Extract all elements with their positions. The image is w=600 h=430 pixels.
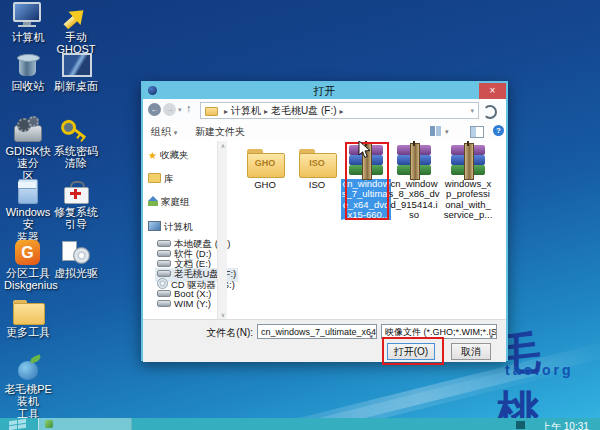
open-dialog: 打开 × ← → ▾ ↑ ▸计算机▸老毛桃U盘 (F:)▸ ▾ 组织 ▾ 新建文… bbox=[141, 81, 508, 361]
library-icon bbox=[148, 173, 161, 183]
dialog-content: ★收藏夹 库 家庭组 计算机 本地硬盘 (C:) 软件 (D:) 文档 (E:)… bbox=[143, 141, 506, 319]
breadcrumb: ▸计算机▸老毛桃U盘 (F:)▸ bbox=[221, 104, 347, 118]
taskbar-app-button[interactable] bbox=[38, 418, 132, 430]
caret-down-icon: ▾ bbox=[369, 329, 373, 339]
annotation-open-button bbox=[382, 337, 444, 365]
folder-icon: ISO bbox=[298, 149, 336, 177]
preview-pane-icon[interactable] bbox=[470, 126, 484, 138]
mouse-cursor bbox=[358, 141, 371, 163]
filename-label: 文件名(N): bbox=[151, 326, 253, 340]
crumb-sep-icon: ▸ bbox=[221, 107, 231, 116]
desktop-icon-label: 系统密码清除 bbox=[52, 145, 100, 170]
desktop-icon-refresh-desktop[interactable]: 刷新桌面 bbox=[52, 51, 100, 92]
file-label: GHO bbox=[239, 180, 291, 190]
organize-menu[interactable]: 组织 ▾ bbox=[151, 125, 177, 139]
desktop-icon-password-clear[interactable]: 系统密码清除 bbox=[52, 116, 100, 170]
breadcrumb-usb-drive[interactable]: 老毛桃U盘 (F:) bbox=[271, 105, 337, 116]
caret-down-icon: ▾ bbox=[489, 329, 493, 339]
desktop-icon-label: 回收站 bbox=[4, 80, 52, 92]
desktop-icon-label: 刷新桌面 bbox=[52, 80, 100, 92]
desktop-icon-recycle-bin[interactable]: 回收站 bbox=[4, 51, 52, 92]
taskbar-clock[interactable]: 上午 10:31 bbox=[541, 420, 589, 430]
history-caret-icon[interactable]: ▾ bbox=[178, 106, 182, 114]
drive-icon bbox=[157, 260, 171, 267]
sidebar-item-favorites[interactable]: ★收藏夹 bbox=[148, 149, 188, 162]
app-icon bbox=[45, 420, 53, 428]
archive-icon bbox=[397, 145, 431, 176]
homegroup-icon bbox=[148, 197, 158, 206]
file-item-gho-folder[interactable]: GHO GHO bbox=[239, 149, 291, 190]
desktop-icon-label: 更多工具 bbox=[4, 326, 52, 338]
repair-toolbox-icon bbox=[58, 177, 94, 205]
caret-down-icon: ▾ bbox=[174, 129, 178, 136]
drive-icon bbox=[157, 240, 171, 247]
desktop-icon-gdisk[interactable]: GDISK快速分 区 bbox=[4, 116, 52, 182]
dialog-footer: 文件名(N): cn_windows_7_ultimate_x64_dv▾ 映像… bbox=[143, 319, 506, 362]
cancel-button[interactable]: 取消 bbox=[451, 343, 491, 360]
refresh-icon[interactable] bbox=[483, 105, 497, 119]
desktop-icon-windows-installer[interactable]: Windows安 装器 bbox=[4, 177, 52, 243]
dialog-titlebar[interactable]: 打开 × bbox=[143, 83, 506, 99]
archive-icon bbox=[451, 145, 485, 176]
forward-button[interactable]: → bbox=[163, 103, 176, 116]
taskbar: 上午 10:31 bbox=[0, 418, 600, 430]
usb-drive-icon bbox=[157, 270, 171, 277]
breadcrumb-computer[interactable]: 计算机 bbox=[231, 105, 261, 116]
desktop-icon-diskgenius[interactable]: G 分区工具 Diskgenius bbox=[4, 238, 52, 292]
desktop-icon-more-tools[interactable]: 更多工具 bbox=[4, 297, 52, 338]
desktop-icon-laomaotao-pe[interactable]: 老毛桃PE装机 工具 bbox=[4, 354, 52, 420]
star-icon: ★ bbox=[148, 150, 157, 161]
folder-icon: GHO bbox=[246, 149, 284, 177]
desktop-icon-label: 分区工具 Diskgenius bbox=[4, 267, 52, 292]
file-item-winxp-iso[interactable]: windows_x p_professi onal_with_ service_… bbox=[442, 145, 494, 220]
scroll-down-icon[interactable]: ∨ bbox=[219, 311, 227, 318]
address-bar[interactable]: ▸计算机▸老毛桃U盘 (F:)▸ ▾ bbox=[200, 102, 479, 119]
sidebar-item-computer[interactable]: 计算机 bbox=[148, 221, 193, 234]
diskgenius-icon: G bbox=[10, 238, 46, 266]
sidebar-item-homegroup[interactable]: 家庭组 bbox=[148, 196, 190, 209]
file-label: ISO bbox=[291, 180, 343, 190]
refresh-desktop-icon bbox=[58, 51, 94, 79]
sidebar-item-libraries[interactable]: 库 bbox=[148, 173, 174, 186]
desktop-icon-manual-ghost[interactable]: 手动GHOST bbox=[52, 2, 100, 56]
dialog-navbar: ← → ▾ ↑ ▸计算机▸老毛桃U盘 (F:)▸ ▾ bbox=[143, 99, 506, 121]
filename-combobox[interactable]: cn_windows_7_ultimate_x64_dv▾ bbox=[257, 324, 377, 339]
computer-icon bbox=[148, 221, 161, 231]
crumb-sep-icon: ▸ bbox=[261, 107, 271, 116]
ghost-arrow-icon bbox=[58, 2, 94, 30]
dialog-toolbar: 组织 ▾ 新建文件夹 ▾ ? bbox=[143, 121, 506, 142]
new-folder-button[interactable]: 新建文件夹 bbox=[195, 125, 245, 139]
desktop-icon-virtual-drive[interactable]: 虚拟光驱 bbox=[52, 238, 100, 279]
recycle-bin-icon bbox=[10, 51, 46, 79]
help-icon[interactable]: ? bbox=[493, 125, 504, 136]
close-button[interactable]: × bbox=[479, 83, 506, 99]
desktop-icon-label: 计算机 bbox=[4, 31, 52, 43]
file-label: cn_window s_8_x86_dv d_915414.i so bbox=[388, 179, 440, 220]
drive-icon bbox=[157, 300, 171, 307]
address-caret-icon[interactable]: ▾ bbox=[470, 107, 474, 115]
drive-icon bbox=[157, 250, 171, 257]
key-icon bbox=[58, 116, 94, 144]
desktop-icon-computer[interactable]: 计算机 bbox=[4, 2, 52, 43]
file-item-iso-folder[interactable]: ISO ISO bbox=[291, 149, 343, 190]
view-caret-icon[interactable]: ▾ bbox=[445, 128, 449, 136]
tray-icon[interactable] bbox=[516, 421, 525, 429]
crumb-sep-icon: ▸ bbox=[337, 107, 347, 116]
windows-installer-icon bbox=[10, 177, 46, 205]
virtual-drive-icon bbox=[58, 238, 94, 266]
view-mode-icon[interactable] bbox=[430, 126, 441, 136]
back-button[interactable]: ← bbox=[148, 103, 161, 116]
folder-icon bbox=[205, 107, 218, 116]
desktop-icon-repair-boot[interactable]: 修复系统引导 bbox=[52, 177, 100, 231]
start-button[interactable] bbox=[9, 419, 26, 430]
places-sidebar: ★收藏夹 库 家庭组 计算机 本地硬盘 (C:) 软件 (D:) 文档 (E:)… bbox=[143, 141, 217, 319]
drive-icon bbox=[157, 290, 171, 297]
up-button[interactable]: ↑ bbox=[186, 102, 192, 114]
scroll-up-icon[interactable]: ∧ bbox=[219, 142, 227, 149]
folder-icon bbox=[10, 297, 46, 325]
file-item-win8-iso[interactable]: cn_window s_8_x86_dv d_915414.i so bbox=[388, 145, 440, 220]
desktop-icon-label: 虚拟光驱 bbox=[52, 267, 100, 279]
desktop-icon-label: 修复系统引导 bbox=[52, 206, 100, 231]
sidebar-scrollbar[interactable]: ∧ ∨ bbox=[217, 141, 227, 319]
sidebar-item-drive-y-wim[interactable]: WIM (Y:) bbox=[157, 298, 211, 309]
